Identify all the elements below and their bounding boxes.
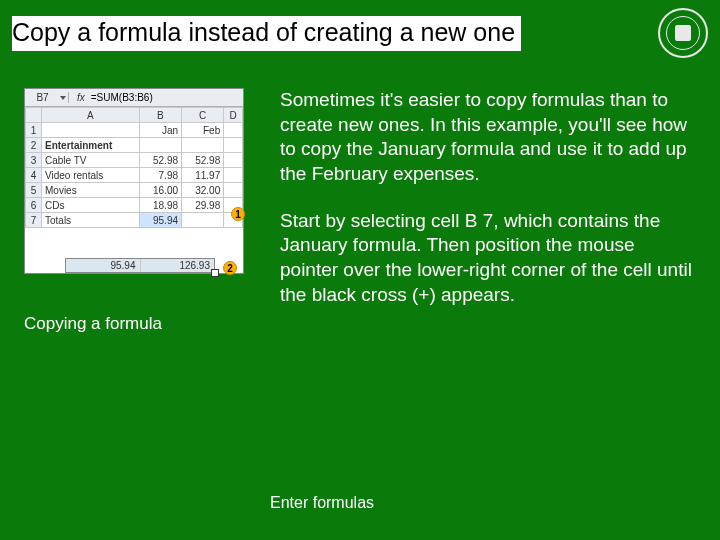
title-bar: Copy a formula instead of creating a new… (0, 0, 720, 68)
name-box: B7 (25, 92, 69, 103)
crest-icon (658, 8, 708, 58)
col-header-row: A B C D (26, 108, 243, 123)
spreadsheet-illustration: B7 fx =SUM(B3:B6) A B C D 1 Jan Feb (24, 88, 244, 274)
table-row: 5 Movies 16.00 32.00 (26, 183, 243, 198)
col-B: B (139, 108, 181, 123)
sheet-toolbar: B7 fx =SUM(B3:B6) (25, 89, 243, 107)
body-paragraph: Sometimes it's easier to copy formulas t… (280, 88, 696, 187)
illustration-column: B7 fx =SUM(B3:B6) A B C D 1 Jan Feb (24, 88, 256, 334)
slide-title: Copy a formula instead of creating a new… (12, 16, 521, 51)
fx-icon: fx (69, 92, 91, 103)
table-row: 2 Entertainment (26, 138, 243, 153)
fill-result-row: 95.94 126.93 (65, 258, 215, 273)
fill-cell: 95.94 (66, 259, 141, 272)
table-row: 3 Cable TV 52.98 52.98 (26, 153, 243, 168)
formula-bar-text: =SUM(B3:B6) (91, 92, 153, 103)
sheet-grid: A B C D 1 Jan Feb 2 Entertainment (25, 107, 243, 228)
body-text-column: Sometimes it's easier to copy formulas t… (280, 88, 696, 334)
illustration-caption: Copying a formula (24, 314, 256, 334)
col-A: A (42, 108, 140, 123)
table-row: 1 Jan Feb (26, 123, 243, 138)
callout-marker-2: 2 (223, 261, 237, 275)
fill-cell: 126.93 (141, 259, 215, 272)
fill-handle-icon (211, 269, 219, 277)
table-row: 7 Totals 95.94 (26, 213, 243, 228)
table-row: 6 CDs 18.98 29.98 (26, 198, 243, 213)
content-area: B7 fx =SUM(B3:B6) A B C D 1 Jan Feb (0, 68, 720, 334)
col-D: D (224, 108, 243, 123)
table-row: 4 Video rentals 7.98 11.97 (26, 168, 243, 183)
footer-label: Enter formulas (270, 494, 374, 512)
body-paragraph: Start by selecting cell B 7, which conta… (280, 209, 696, 308)
selected-cell: 95.94 (139, 213, 181, 228)
callout-marker-1: 1 (231, 207, 245, 221)
col-C: C (182, 108, 224, 123)
